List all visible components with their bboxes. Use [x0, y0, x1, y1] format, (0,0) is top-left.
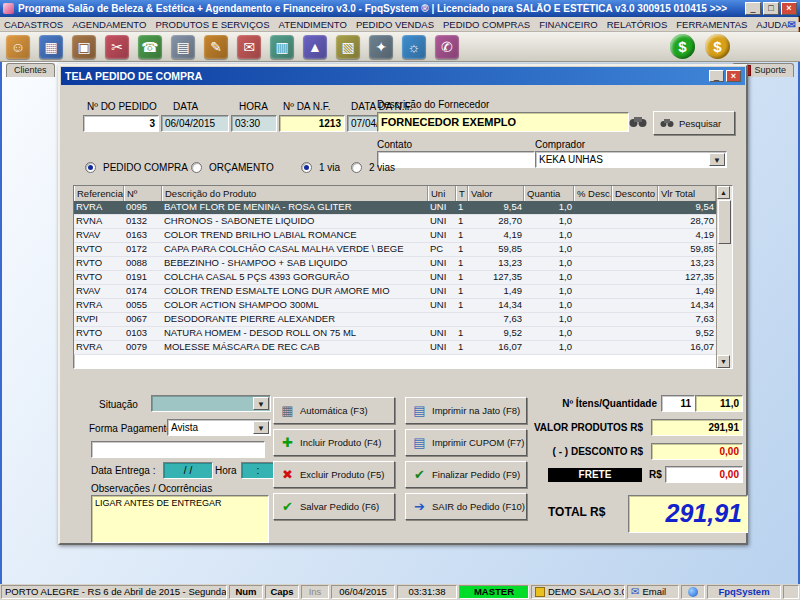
cell-uni: PC — [428, 243, 456, 256]
table-row[interactable]: RVTO0191COLCHA CASAL 5 PÇS 4393 GORGURÃO… — [74, 271, 732, 285]
data-field[interactable]: 06/04/2015 — [161, 115, 229, 132]
cell-referencia: RVTO — [74, 243, 124, 256]
menu-item-produtos-e-servi-os[interactable]: PRODUTOS E SERVIÇOS — [155, 19, 269, 30]
table-scrollbar[interactable]: ▲ ▼ — [716, 186, 732, 368]
hora-entrega-field[interactable]: : — [241, 462, 275, 479]
forma-pagamento-label: Forma Pagamento — [89, 423, 172, 434]
table-row[interactable]: RVTO0088BEBEZINHO - SHAMPOO + SAB LIQUID… — [74, 257, 732, 271]
menu-item-agendamento[interactable]: AGENDAMENTO — [72, 19, 146, 30]
column-header-vlr-total[interactable]: Vlr Total — [658, 186, 716, 201]
chevron-down-icon[interactable]: ▼ — [253, 421, 269, 434]
cell-desconto — [612, 257, 658, 270]
clients-icon[interactable]: ☺ — [6, 35, 30, 59]
money-green-icon[interactable]: $ — [670, 34, 695, 59]
incluir-produto-button[interactable]: ✚Incluir Produto (F4) — [273, 429, 395, 456]
contato-field[interactable] — [377, 151, 535, 168]
menu-item-atendimento[interactable]: ATENDIMENTO — [279, 19, 347, 30]
documents-icon[interactable]: ▧ — [336, 35, 360, 59]
imprimir-cupom-button[interactable]: ▤Imprimir CUPOM (F7) — [405, 429, 527, 456]
table-row[interactable]: RVAV0174COLOR TREND ESMALTE LONG DUR AMO… — [74, 285, 732, 299]
salvar-pedido-button[interactable]: ✔Salvar Pedido (F6) — [273, 493, 395, 520]
purchase-order-icon[interactable]: ✉ — [237, 35, 261, 59]
status-brand: FpqSystem — [707, 585, 781, 599]
sales-order-icon[interactable]: ✎ — [204, 35, 228, 59]
hora-field[interactable]: 03:30 — [231, 115, 277, 132]
scroll-down-icon[interactable]: ▼ — [717, 355, 730, 368]
table-row[interactable]: RVPI0067DESODORANTE PIERRE ALEXANDER7,63… — [74, 313, 732, 327]
table-row[interactable]: RVRA0079MOLESSE MÁSCARA DE REC CABUNI116… — [74, 341, 732, 355]
table-row[interactable]: RVRA0055COLOR ACTION SHAMPOO 300MLUNI114… — [74, 299, 732, 313]
column-header-descri-o-do-produto[interactable]: Descrição do Produto — [162, 186, 428, 201]
automatica-button[interactable]: ▦Automática (F3) — [273, 397, 395, 424]
cash-register-icon[interactable]: ▤ — [171, 35, 195, 59]
column-header-desconto[interactable]: Desconto — [612, 186, 658, 201]
column-header-t[interactable]: T — [456, 186, 468, 201]
situacao-select[interactable]: ▼ — [151, 395, 271, 412]
observacoes-textarea[interactable]: LIGAR ANTES DE ENTREGAR — [91, 495, 269, 543]
contact-icon[interactable]: ✆ — [435, 35, 459, 59]
imprimir-jato-button[interactable]: ▤Imprimir na Jato (F8) — [405, 397, 527, 424]
tab-clientes[interactable]: Clientes — [6, 63, 55, 77]
status-web[interactable] — [681, 585, 705, 599]
menu-item-relat-rios[interactable]: RELATÓRIOS — [607, 19, 668, 30]
cell-perc-desc — [574, 327, 612, 340]
app-icon — [3, 3, 14, 14]
finance-icon[interactable]: ▥ — [270, 35, 294, 59]
scroll-up-icon[interactable]: ▲ — [717, 186, 730, 199]
column-header-valor[interactable]: Valor — [468, 186, 524, 201]
cell-quantia: 1,0 — [524, 299, 574, 312]
chevron-down-icon[interactable]: ▼ — [709, 153, 725, 166]
forma-pagamento-select[interactable]: Avista ▼ — [167, 419, 271, 436]
reports-icon[interactable]: ▲ — [303, 35, 327, 59]
table-row[interactable]: RVTO0172CAPA PARA COLCHÃO CASAL MALHA VE… — [74, 243, 732, 257]
dialog-minimize-button[interactable]: _ — [709, 70, 724, 82]
finalizar-pedido-button[interactable]: ✔Finalizar Pedido (F9) — [405, 461, 527, 488]
radio-1-via[interactable] — [301, 162, 312, 173]
attendance-icon[interactable]: ☎ — [138, 35, 162, 59]
cell-quantia: 1,0 — [524, 327, 574, 340]
pagamento-extra-field[interactable] — [91, 441, 265, 458]
pesquisar-button[interactable]: Pesquisar — [653, 111, 735, 135]
table-row[interactable]: RVRA0095BATOM FLOR DE MENINA - ROSA GLIT… — [74, 201, 732, 215]
menu-item-pedido-compras[interactable]: PEDIDO COMPRAS — [443, 19, 530, 30]
services-icon[interactable]: ✂ — [105, 35, 129, 59]
products-icon[interactable]: ▣ — [72, 35, 96, 59]
column-header-referencia[interactable]: Referencia — [74, 186, 124, 201]
maximize-button[interactable]: □ — [763, 2, 779, 15]
pedido-field[interactable]: 3 — [83, 115, 159, 132]
menu-item-pedido-vendas[interactable]: PEDIDO VENDAS — [356, 19, 434, 30]
radio-pedido-compra[interactable] — [85, 162, 96, 173]
fornecedor-field[interactable]: FORNECEDOR EXEMPLO — [377, 112, 629, 132]
cell-vlr-total: 59,85 — [658, 243, 716, 256]
column-header-uni[interactable]: Uni — [428, 186, 456, 201]
menu-item-ferramentas[interactable]: FERRAMENTAS — [676, 19, 747, 30]
chevron-down-icon[interactable]: ▼ — [253, 397, 269, 410]
menu-item-cadastros[interactable]: CADASTROS — [4, 19, 63, 30]
desconto-label: ( - ) DESCONTO R$ — [511, 446, 643, 457]
web-icon[interactable]: ☼ — [402, 35, 426, 59]
menu-item-ajuda[interactable]: AJUDA — [756, 19, 787, 30]
column-header-quantia[interactable]: Quantia — [524, 186, 574, 201]
column-header-desc[interactable]: % Desc. — [574, 186, 612, 201]
menu-item-financeiro[interactable]: FINANCEIRO — [539, 19, 598, 30]
table-row[interactable]: RVAV0163COLOR TREND BRILHO LABIAL ROMANC… — [74, 229, 732, 243]
comprador-select[interactable]: KEKA UNHAS ▼ — [535, 151, 727, 168]
money-gold-icon[interactable]: $ — [705, 34, 730, 59]
data-entrega-field[interactable]: / / — [163, 462, 213, 479]
scrollbar-thumb[interactable] — [718, 200, 731, 244]
sair-pedido-button[interactable]: ➔SAIR do Pedido (F10) — [405, 493, 527, 520]
table-row[interactable]: RVTO0103NATURA HOMEM - DESOD ROLL ON 75 … — [74, 327, 732, 341]
column-header-n[interactable]: Nº — [124, 186, 162, 201]
dialog-close-button[interactable]: × — [726, 70, 741, 82]
status-email[interactable]: ✉ Email — [627, 585, 679, 599]
table-row[interactable]: RVNA0132CHRONOS - SABONETE LIQUIDOUNI128… — [74, 215, 732, 229]
excluir-produto-button[interactable]: ✖Excluir Produto (F5) — [273, 461, 395, 488]
radio-orcamento[interactable] — [191, 162, 202, 173]
itens-label: Nº Ítens/Quantidade — [521, 398, 657, 409]
tools-icon[interactable]: ✦ — [369, 35, 393, 59]
minimize-button[interactable]: _ — [745, 2, 761, 15]
frete-field[interactable]: 0,00 — [665, 466, 743, 483]
radio-2-vias[interactable] — [351, 162, 362, 173]
agenda-icon[interactable]: ▦ — [39, 35, 63, 59]
nf-field[interactable]: 1213 — [279, 115, 345, 132]
